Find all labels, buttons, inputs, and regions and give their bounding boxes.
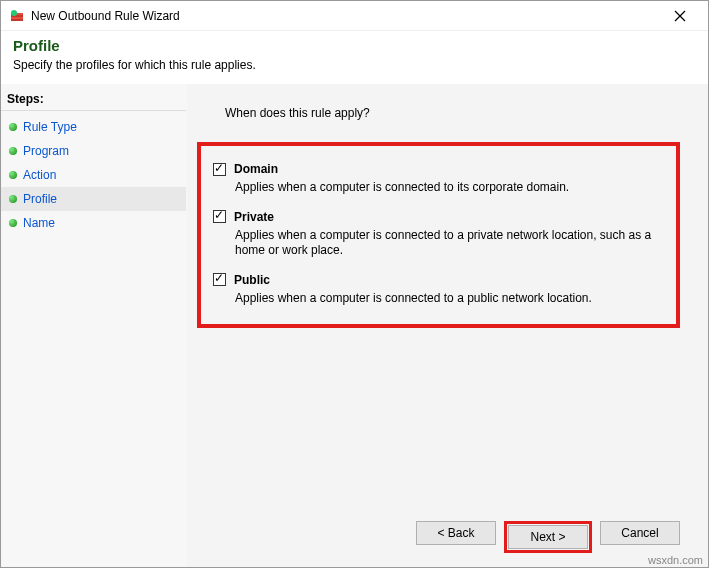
wizard-window: New Outbound Rule Wizard Profile Specify… [0, 0, 709, 568]
step-name[interactable]: Name [1, 211, 186, 235]
domain-desc: Applies when a computer is connected to … [235, 180, 664, 196]
step-label: Program [23, 144, 69, 158]
private-desc: Applies when a computer is connected to … [235, 228, 664, 259]
step-label: Action [23, 168, 56, 182]
next-highlight: Next > [504, 521, 592, 553]
bullet-icon [9, 123, 17, 131]
page-subtitle: Specify the profiles for which this rule… [13, 58, 696, 72]
domain-label: Domain [234, 162, 278, 176]
footer-buttons: < Back Next > Cancel [217, 511, 688, 553]
public-checkbox[interactable] [213, 273, 226, 286]
svg-point-3 [11, 10, 17, 16]
option-private: Private Applies when a computer is conne… [213, 210, 664, 259]
firewall-icon [9, 8, 25, 24]
bullet-icon [9, 195, 17, 203]
prompt-text: When does this rule apply? [217, 106, 688, 120]
cancel-button[interactable]: Cancel [600, 521, 680, 545]
body: Steps: Rule Type Program Action Profile [1, 84, 708, 567]
profile-options-group: Domain Applies when a computer is connec… [197, 142, 680, 328]
watermark: wsxdn.com [648, 554, 703, 566]
option-public: Public Applies when a computer is connec… [213, 273, 664, 307]
step-program[interactable]: Program [1, 139, 186, 163]
step-action[interactable]: Action [1, 163, 186, 187]
step-label: Name [23, 216, 55, 230]
page-title: Profile [13, 37, 696, 54]
next-button[interactable]: Next > [508, 525, 588, 549]
svg-rect-2 [11, 17, 23, 19]
bullet-icon [9, 219, 17, 227]
step-profile[interactable]: Profile [1, 187, 186, 211]
back-button[interactable]: < Back [416, 521, 496, 545]
private-checkbox[interactable] [213, 210, 226, 223]
private-label: Private [234, 210, 274, 224]
content-pane: When does this rule apply? Domain Applie… [187, 84, 708, 567]
window-title: New Outbound Rule Wizard [31, 9, 660, 23]
step-label: Profile [23, 192, 57, 206]
step-label: Rule Type [23, 120, 77, 134]
domain-checkbox[interactable] [213, 163, 226, 176]
close-button[interactable] [660, 2, 700, 30]
step-rule-type[interactable]: Rule Type [1, 115, 186, 139]
titlebar: New Outbound Rule Wizard [1, 1, 708, 31]
steps-title: Steps: [1, 90, 186, 111]
option-domain: Domain Applies when a computer is connec… [213, 162, 664, 196]
public-label: Public [234, 273, 270, 287]
bullet-icon [9, 147, 17, 155]
bullet-icon [9, 171, 17, 179]
public-desc: Applies when a computer is connected to … [235, 291, 664, 307]
header: Profile Specify the profiles for which t… [1, 31, 708, 84]
steps-sidebar: Steps: Rule Type Program Action Profile [1, 84, 187, 567]
